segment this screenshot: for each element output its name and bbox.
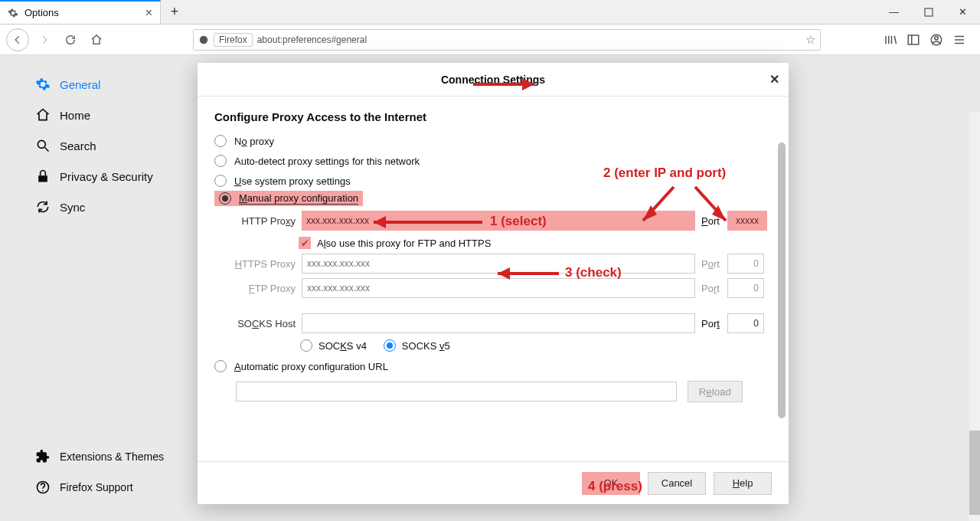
http-proxy-row: HTTP Proxy Port — [234, 211, 767, 231]
port-label: Port — [701, 283, 721, 294]
svg-rect-0 — [925, 8, 933, 16]
back-button[interactable] — [6, 28, 29, 51]
svg-line-7 — [45, 148, 49, 152]
close-window-button[interactable]: ✕ — [946, 0, 980, 24]
reload-button[interactable] — [60, 29, 81, 51]
also-use-checkbox-row[interactable]: ✔ Also use this proxy for FTP and HTTPS — [299, 237, 767, 249]
lock-icon — [35, 169, 51, 184]
minimize-button[interactable]: — — [877, 0, 911, 24]
checkbox-icon: ✔ — [299, 237, 311, 249]
radio-label: No proxy — [234, 136, 274, 147]
sidebar-item-general[interactable]: General — [31, 69, 191, 100]
sidebar-item-home[interactable]: Home — [31, 100, 191, 130]
url-identity: Firefox — [214, 33, 253, 47]
radio-socks4[interactable] — [300, 339, 312, 352]
svg-point-1 — [200, 35, 208, 44]
sidebar-item-support[interactable]: Firefox Support — [31, 472, 191, 503]
ftp-proxy-label: FTP Proxy — [234, 283, 296, 294]
radio-icon — [214, 135, 227, 147]
svg-point-10 — [42, 490, 44, 492]
library-icon[interactable] — [884, 33, 897, 47]
forward-button[interactable] — [34, 29, 55, 51]
browser-tab[interactable]: Options × — [0, 0, 161, 24]
help-icon — [35, 480, 51, 495]
url-bar[interactable]: Firefox about:preferences#general ☆ — [193, 29, 821, 51]
dialog-title-bar: Connection Settings ✕ — [198, 63, 789, 97]
tab-strip: Options × + — ✕ — [0, 0, 980, 25]
https-proxy-label: HTTPS Proxy — [234, 258, 296, 270]
sidebar-item-label: Sync — [60, 201, 85, 214]
socks-host-input[interactable] — [302, 313, 695, 333]
radio-icon — [214, 360, 227, 372]
url-text: about:preferences#general — [257, 34, 367, 45]
bookmark-star-icon[interactable]: ☆ — [805, 33, 815, 47]
svg-point-6 — [38, 140, 45, 148]
dialog-scrollbar-thumb[interactable] — [778, 143, 786, 418]
radio-manual[interactable]: Manual proxy configuration — [214, 191, 767, 206]
https-port-input — [727, 254, 764, 274]
sidebar-item-label: Extensions & Themes — [60, 451, 164, 463]
sidebar-item-extensions[interactable]: Extensions & Themes — [31, 441, 191, 472]
radio-socks5[interactable] — [384, 339, 396, 352]
close-tab-icon[interactable]: × — [145, 6, 152, 20]
search-icon — [35, 138, 51, 153]
new-tab-button[interactable]: + — [161, 0, 188, 24]
radio-label: Manual proxy configuration — [239, 192, 358, 205]
menu-icon[interactable] — [952, 33, 966, 47]
radio-label: Automatic proxy configuration URL — [234, 361, 388, 372]
puzzle-icon — [35, 449, 51, 464]
socks-version-row: SOCKS v4 SOCKS v5 — [300, 339, 767, 352]
http-proxy-input[interactable] — [302, 211, 695, 231]
sidebar-item-privacy[interactable]: Privacy & Security — [31, 161, 191, 192]
ftp-port-input — [727, 278, 764, 298]
radio-icon — [219, 192, 231, 205]
connection-settings-dialog: Connection Settings ✕ Configure Proxy Ac… — [198, 63, 789, 504]
help-button[interactable]: Help — [714, 472, 772, 495]
sidebar-item-label: General — [60, 78, 100, 91]
sync-icon — [35, 199, 51, 215]
radio-icon — [214, 175, 227, 187]
gear-icon — [35, 77, 51, 92]
radio-auto-url[interactable]: Automatic proxy configuration URL — [214, 356, 767, 376]
page-scrollbar-thumb[interactable] — [969, 431, 980, 515]
ok-button[interactable]: OK — [582, 472, 640, 495]
svg-rect-8 — [38, 175, 47, 182]
maximize-button[interactable] — [911, 0, 946, 24]
socks5-label: SOCKS v5 — [402, 340, 450, 352]
sidebar-item-label: Privacy & Security — [60, 170, 153, 183]
ftp-proxy-row: FTP Proxy Port — [234, 278, 767, 298]
reload-proxy-button: Reload — [688, 381, 743, 402]
http-proxy-label: HTTP Proxy — [234, 215, 296, 227]
auto-url-row: Reload — [236, 381, 767, 402]
https-proxy-row: HTTPS Proxy Port — [234, 254, 767, 274]
http-port-input[interactable] — [727, 211, 767, 231]
socks-host-label: SOCKS Host — [234, 318, 296, 329]
https-proxy-input — [302, 254, 695, 274]
navigation-bar: Firefox about:preferences#general ☆ — [0, 25, 980, 55]
sidebar-icon[interactable] — [906, 33, 920, 47]
firefox-icon — [198, 34, 209, 45]
sidebar-item-label: Search — [60, 139, 96, 152]
auto-url-input[interactable] — [236, 382, 677, 401]
port-label: Port — [701, 258, 721, 270]
home-button[interactable] — [86, 29, 107, 51]
preferences-sidebar: General Home Search Privacy & Security S… — [0, 55, 191, 521]
preferences-content: General Home Search Privacy & Security S… — [0, 55, 980, 521]
socks-port-input[interactable] — [727, 313, 764, 333]
cancel-button[interactable]: Cancel — [648, 472, 706, 495]
sidebar-item-sync[interactable]: Sync — [31, 192, 191, 222]
tab-title: Options — [24, 7, 59, 18]
radio-use-system[interactable]: Use system proxy settings — [214, 171, 767, 191]
radio-label: Auto-detect proxy settings for this netw… — [234, 156, 420, 167]
radio-icon — [214, 155, 227, 167]
svg-rect-2 — [908, 35, 919, 44]
sidebar-item-search[interactable]: Search — [31, 130, 191, 161]
account-icon[interactable] — [929, 33, 943, 47]
gear-icon — [8, 8, 18, 18]
radio-no-proxy[interactable]: No proxy — [214, 131, 767, 151]
radio-auto-detect[interactable]: Auto-detect proxy settings for this netw… — [214, 151, 767, 171]
socks-host-row: SOCKS Host Port — [234, 313, 767, 333]
radio-label: Use system proxy settings — [234, 175, 351, 187]
toolbar-right — [884, 33, 974, 47]
close-dialog-icon[interactable]: ✕ — [769, 72, 779, 87]
